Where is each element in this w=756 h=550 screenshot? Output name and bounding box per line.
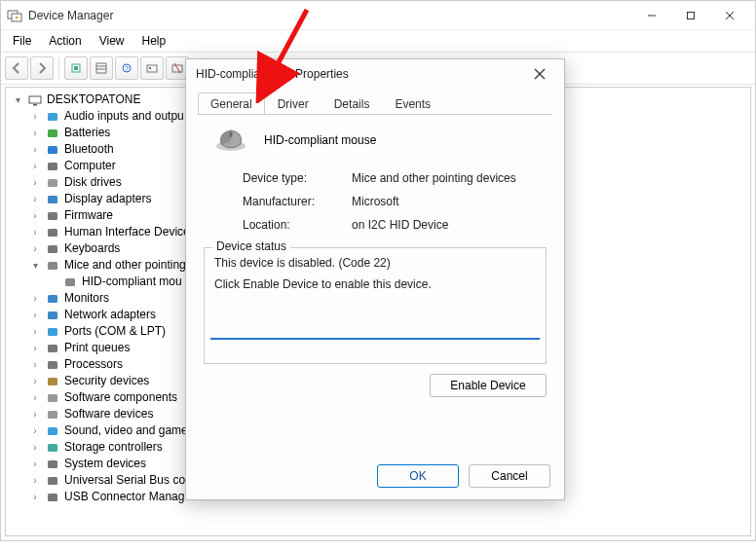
ok-button[interactable]: OK [377, 464, 459, 488]
expand-icon[interactable]: › [29, 356, 41, 373]
status-line-2: Click Enable Device to enable this devic… [214, 277, 536, 291]
toolbar-forward[interactable] [30, 56, 54, 80]
svg-rect-37 [48, 394, 57, 402]
app-icon [7, 8, 22, 23]
tab-general[interactable]: General [198, 92, 265, 115]
expand-icon[interactable]: › [29, 307, 41, 323]
expand-icon[interactable]: › [29, 207, 41, 224]
tab-events[interactable]: Events [382, 92, 443, 115]
expand-icon[interactable]: › [29, 224, 41, 240]
tree-item-label: Disk drives [64, 174, 122, 191]
swdev-icon [45, 407, 60, 422]
tree-item-label: Print queues [64, 340, 130, 356]
svg-rect-34 [48, 345, 57, 352]
menu-file[interactable]: File [5, 32, 39, 50]
expand-icon[interactable]: › [29, 290, 41, 307]
device-status-text[interactable]: This device is disabled. (Code 22) Click… [210, 256, 540, 340]
audio-icon [45, 109, 60, 125]
expand-icon[interactable]: › [29, 373, 41, 389]
dialog-titlebar: HID-compliant use Properties [186, 59, 564, 89]
svg-rect-32 [48, 312, 57, 319]
svg-rect-27 [48, 229, 57, 237]
maximize-button[interactable] [671, 2, 710, 29]
menu-help[interactable]: Help [134, 32, 174, 50]
expand-icon[interactable]: › [29, 389, 41, 406]
tree-item-label: Firmware [64, 207, 113, 224]
collapse-icon[interactable]: ▾ [12, 92, 23, 108]
close-button[interactable] [710, 2, 749, 29]
expand-icon[interactable]: › [29, 439, 41, 456]
toolbar-btn-1[interactable] [64, 56, 88, 80]
svg-rect-19 [33, 104, 37, 106]
expand-icon[interactable]: › [29, 240, 41, 257]
svg-rect-24 [48, 179, 57, 187]
svg-rect-36 [48, 378, 57, 385]
expand-icon[interactable]: › [29, 108, 41, 125]
menu-action[interactable]: Action [41, 32, 89, 50]
svg-rect-38 [48, 411, 57, 419]
svg-point-47 [230, 131, 233, 137]
tree-item-label: System devices [64, 456, 146, 472]
tab-content: HID-compliant mouse Device type: Mice an… [198, 114, 552, 433]
tree-item-label: Software devices [64, 406, 153, 422]
toolbar-separator [58, 57, 59, 79]
expand-icon[interactable]: › [29, 456, 41, 472]
port-icon [45, 324, 60, 340]
expand-icon[interactable]: › [29, 422, 41, 439]
monitor-icon [45, 291, 60, 307]
window-title: Device Manager [28, 9, 632, 22]
expand-icon[interactable]: › [29, 340, 41, 356]
expand-icon[interactable]: › [29, 489, 41, 505]
toolbar-btn-2[interactable] [90, 56, 113, 80]
svg-rect-30 [65, 278, 75, 286]
tree-item-label: USB Connector Managers [64, 489, 201, 505]
keyboard-icon [45, 241, 60, 257]
computer-icon [45, 159, 60, 174]
tree-item-label: Storage controllers [64, 439, 163, 456]
tree-item-label: Universal Serial Bus cont [64, 472, 195, 489]
tree-root-label: DESKTOPATONE [47, 92, 140, 108]
expand-icon[interactable]: ▾ [29, 257, 41, 274]
cancel-button[interactable]: Cancel [469, 464, 550, 488]
svg-rect-8 [74, 66, 78, 70]
svg-rect-9 [96, 63, 106, 73]
tree-item-label: Mice and other pointing [64, 257, 186, 274]
expand-icon[interactable]: › [29, 174, 41, 191]
dialog-close-button[interactable] [525, 59, 554, 89]
tree-item-label: Sound, video and game [64, 422, 188, 439]
value-manufacturer: Microsoft [352, 195, 552, 208]
tree-item-label: Security devices [64, 373, 149, 389]
tabs: General Driver Details Events [186, 89, 564, 114]
label-location: Location: [243, 218, 342, 232]
expand-icon[interactable]: › [29, 406, 41, 422]
printer-icon [45, 341, 60, 356]
svg-text:?: ? [125, 65, 129, 72]
properties-dialog: HID-compliant use Properties General Dri… [185, 58, 565, 500]
tab-details[interactable]: Details [321, 92, 383, 115]
svg-rect-22 [48, 146, 57, 154]
expand-icon[interactable]: › [29, 472, 41, 489]
enable-device-button[interactable]: Enable Device [430, 374, 547, 397]
menu-view[interactable]: View [92, 32, 132, 50]
toolbar-btn-4[interactable] [140, 56, 164, 80]
tree-item-label: Software components [64, 389, 177, 406]
expand-icon[interactable]: › [29, 158, 41, 174]
status-line-1: This device is disabled. (Code 22) [214, 256, 536, 270]
expand-icon[interactable]: › [29, 141, 41, 158]
toolbar-back[interactable] [5, 56, 28, 80]
mouse-icon [213, 127, 248, 154]
expand-icon[interactable]: › [29, 323, 41, 340]
tab-driver[interactable]: Driver [265, 92, 321, 115]
svg-rect-42 [48, 477, 57, 485]
disk-icon [45, 175, 60, 191]
svg-rect-4 [688, 12, 695, 18]
expand-icon[interactable]: › [29, 125, 41, 141]
minimize-button[interactable] [632, 2, 671, 29]
device-name: HID-compliant mouse [264, 133, 376, 147]
dialog-buttons: OK Cancel [377, 464, 550, 488]
svg-rect-43 [48, 494, 57, 501]
sound-icon [45, 423, 60, 439]
expand-icon[interactable]: › [29, 191, 41, 207]
toolbar-btn-3[interactable]: ? [115, 56, 138, 80]
value-location: on I2C HID Device [352, 218, 552, 232]
